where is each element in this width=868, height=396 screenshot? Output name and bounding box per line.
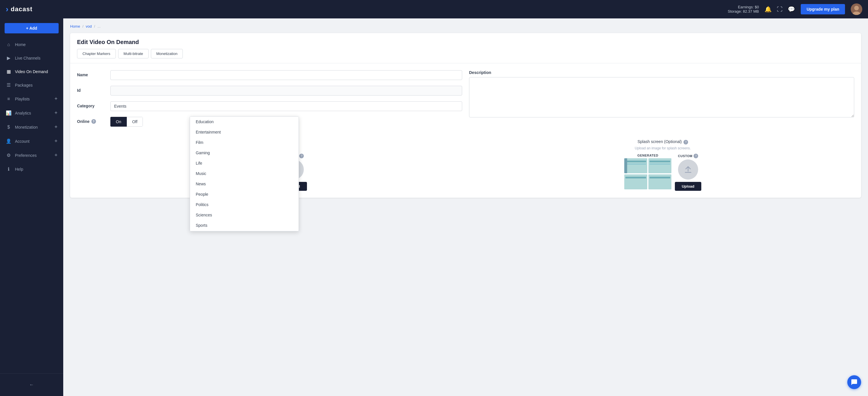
splash-img-4[interactable] (648, 174, 672, 189)
fullscreen-icon[interactable]: ⛶ (777, 6, 783, 13)
topnav-icons: 🔔 ⛶ 💬 (765, 6, 795, 13)
id-input[interactable] (111, 86, 462, 95)
dropdown-item-sports[interactable]: Sports (190, 220, 299, 230)
dropdown-item-music[interactable]: Music (190, 168, 299, 179)
edit-panel: Edit Video On Demand Chapter Markers Mul… (70, 33, 861, 198)
category-select-wrapper: Events Education Entertainment (111, 101, 462, 111)
toggle-off-button[interactable]: Off (127, 117, 143, 126)
category-row: Category Events Education Entertainment (77, 101, 462, 111)
notification-icon[interactable]: 🔔 (765, 6, 772, 13)
splash-title: Splash screen (Optional) (638, 139, 682, 144)
dropdown-item-news[interactable]: News (190, 179, 299, 189)
sidebar-collapse-button[interactable]: ← (0, 378, 63, 391)
preferences-plus-icon: + (54, 152, 58, 158)
sidebar-label-help: Help (15, 167, 58, 172)
chat-icon[interactable]: 💬 (788, 6, 795, 13)
splash-help-icon[interactable]: ? (683, 140, 688, 144)
svg-rect-29 (625, 177, 646, 178)
dropdown-item-film[interactable]: Film (190, 137, 299, 148)
splash-cols: GENERATED (471, 154, 854, 191)
logo-chevron-icon: › (6, 5, 8, 14)
dropdown-item-entertainment[interactable]: Entertainment (190, 127, 299, 137)
sidebar-label-monetization: Monetization (15, 125, 51, 130)
svg-rect-26 (650, 161, 670, 162)
sidebar-item-analytics[interactable]: 📊 Analytics + (0, 106, 63, 120)
dropdown-item-education[interactable]: Education (190, 117, 299, 127)
name-row: Name (77, 70, 462, 80)
upgrade-button[interactable]: Upgrade my plan (801, 4, 845, 15)
sidebar-item-vod[interactable]: ▦ Video On Demand (0, 65, 63, 78)
sidebar-label-preferences: Preferences (15, 153, 51, 158)
splash-subtitle: Upload an image for splash screens. (471, 146, 854, 150)
breadcrumb-sep1: / (83, 24, 84, 28)
live-channels-icon: ▶ (6, 55, 11, 61)
chat-fab-button[interactable] (847, 375, 861, 389)
sidebar-item-live-channels[interactable]: ▶ Live Channels (0, 51, 63, 65)
sidebar-item-monetization[interactable]: $ Monetization + (0, 120, 63, 134)
sidebar-item-help[interactable]: ℹ Help (0, 162, 63, 176)
breadcrumb-home[interactable]: Home (70, 24, 80, 28)
sidebar-item-packages[interactable]: ☰ Packages (0, 78, 63, 92)
splash-block: Splash screen (Optional) ? Upload an ima… (471, 139, 854, 191)
home-icon: ⌂ (6, 42, 11, 47)
dropdown-item-gaming[interactable]: Gaming (190, 148, 299, 158)
custom-help-icon[interactable]: ? (299, 154, 304, 158)
id-label: Id (77, 86, 106, 93)
logo-text: dacast (11, 5, 32, 13)
splash-custom-help-icon[interactable]: ? (693, 154, 698, 158)
avatar[interactable] (851, 3, 862, 15)
packages-icon: ☰ (6, 82, 11, 88)
dropdown-item-technology[interactable]: Technology (190, 230, 299, 231)
sidebar-label-vod: Video On Demand (15, 69, 58, 74)
splash-custom-label: CUSTOM (678, 154, 692, 158)
sidebar-item-playlists[interactable]: ≡ Playlists + (0, 92, 63, 106)
monetization-plus-icon: + (54, 124, 58, 130)
vod-icon: ▦ (6, 69, 11, 74)
splash-img-2[interactable] (648, 158, 672, 173)
tab-multi-bitrate[interactable]: Multi-bitrate (118, 49, 149, 58)
description-textarea[interactable] (469, 77, 854, 117)
toggle-on-button[interactable]: On (111, 117, 127, 126)
online-label: Online ? (77, 117, 106, 124)
account-icon: 👤 (6, 138, 11, 144)
breadcrumb-vod[interactable]: vod (86, 24, 92, 28)
category-label: Category (77, 101, 106, 108)
splash-img-3[interactable] (624, 174, 647, 189)
category-dropdown: Education Entertainment Film Gaming Life… (190, 116, 299, 231)
svg-point-1 (854, 6, 859, 10)
splash-upload-button[interactable]: Upload (675, 182, 701, 191)
sidebar-label-playlists: Playlists (15, 97, 51, 101)
svg-rect-30 (648, 174, 672, 189)
analytics-plus-icon: + (54, 110, 58, 116)
breadcrumb-sep2: / (94, 24, 95, 28)
add-button[interactable]: + Add (5, 23, 59, 33)
main-content: Home / vod / ... Edit Video On Demand Ch… (63, 19, 868, 396)
sidebar-item-preferences[interactable]: ⚙ Preferences + (0, 148, 63, 162)
tab-monetization[interactable]: Monetization (151, 49, 183, 58)
form-area: Name Id Category Events Education (70, 63, 861, 139)
tab-chapter-markers[interactable]: Chapter Markers (77, 49, 116, 58)
analytics-icon: 📊 (6, 110, 11, 116)
topnav-right: Earnings: $0 Storage: 82.37 MB 🔔 ⛶ 💬 Upg… (728, 3, 862, 15)
collapse-arrow-icon: ← (29, 382, 34, 387)
earnings-text: Earnings: $0 (728, 5, 759, 9)
dropdown-item-politics[interactable]: Politics (190, 199, 299, 210)
name-input[interactable] (111, 70, 462, 80)
splash-upload-circle-icon (678, 160, 698, 179)
breadcrumb-current: ... (97, 24, 101, 28)
category-select[interactable]: Events Education Entertainment (111, 101, 462, 111)
dropdown-item-people[interactable]: People (190, 189, 299, 199)
svg-rect-24 (624, 158, 627, 173)
dropdown-item-sciences[interactable]: Sciences (190, 210, 299, 220)
earnings-block: Earnings: $0 Storage: 82.37 MB (728, 5, 759, 13)
form-right: Description (469, 70, 854, 132)
logo[interactable]: › dacast (6, 5, 32, 14)
online-help-icon[interactable]: ? (91, 119, 96, 124)
sidebar-item-account[interactable]: 👤 Account + (0, 134, 63, 148)
splash-img-1[interactable] (624, 158, 647, 173)
sidebar-item-home[interactable]: ⌂ Home (0, 38, 63, 51)
sidebar-label-account: Account (15, 139, 51, 144)
splash-generated-label: GENERATED (638, 154, 658, 157)
dropdown-item-life[interactable]: Life (190, 158, 299, 168)
preferences-icon: ⚙ (6, 152, 11, 158)
